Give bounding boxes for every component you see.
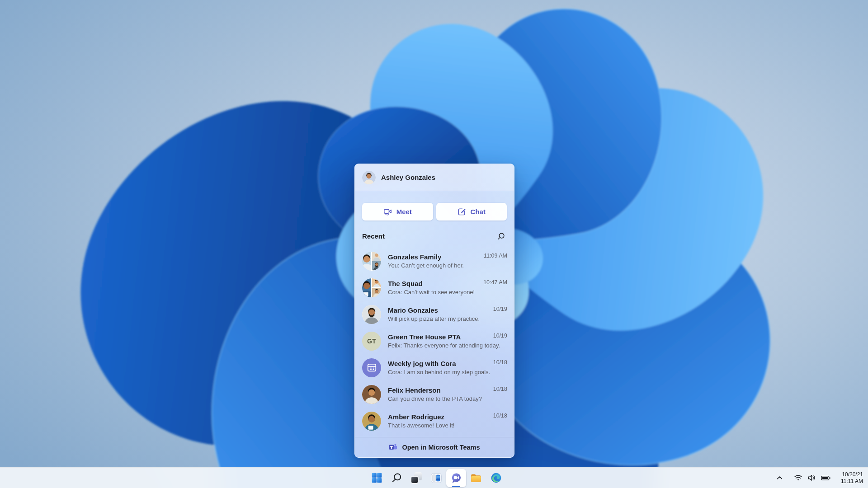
open-in-teams-button[interactable]: Open in Microsoft Teams bbox=[355, 437, 514, 457]
search-icon bbox=[391, 472, 402, 483]
chat-title: The Squad bbox=[388, 279, 476, 288]
task-view-button[interactable] bbox=[406, 469, 426, 487]
chat-title: Felix Henderson bbox=[388, 386, 486, 394]
task-view-icon bbox=[410, 472, 422, 484]
chat-time: 11:09 AM bbox=[484, 253, 507, 259]
recent-chat-list: Gonzales Family You: Can’t get enough of… bbox=[355, 248, 514, 434]
taskbar-center-icons bbox=[367, 468, 506, 488]
avatar bbox=[362, 358, 381, 377]
compose-icon bbox=[458, 207, 466, 216]
avatar bbox=[362, 252, 381, 271]
video-camera-icon bbox=[383, 207, 392, 216]
wifi-icon bbox=[794, 474, 802, 481]
avatar bbox=[362, 305, 381, 324]
widgets-icon bbox=[430, 472, 442, 484]
recent-heading: Recent bbox=[362, 232, 385, 240]
chevron-up-icon bbox=[777, 476, 783, 480]
start-button[interactable] bbox=[367, 469, 387, 487]
list-item[interactable]: Mario Gonzales Will pick up pizza after … bbox=[355, 301, 514, 328]
flyout-header: Ashley Gonzales bbox=[355, 164, 514, 191]
chat-time: 10/18 bbox=[493, 413, 507, 419]
list-item[interactable]: Amber Rodriguez That is awesome! Love it… bbox=[355, 408, 514, 434]
list-item[interactable]: GT Green Tree House PTA Felix: Thanks ev… bbox=[355, 328, 514, 354]
edge-button[interactable] bbox=[486, 469, 506, 487]
battery-icon bbox=[821, 475, 830, 481]
avatar bbox=[362, 171, 376, 184]
list-item[interactable]: Weekly jog with Cora Cora: I am so behin… bbox=[355, 354, 514, 381]
user-avatar[interactable] bbox=[362, 171, 376, 184]
taskbar-search-button[interactable] bbox=[387, 469, 406, 487]
avatar: GT bbox=[362, 332, 381, 351]
chat-time: 10/19 bbox=[493, 333, 507, 339]
chat-preview: Will pick up pizza after my practice. bbox=[388, 315, 486, 323]
avatar bbox=[362, 412, 381, 431]
teams-chat-icon bbox=[450, 472, 462, 484]
teams-chat-flyout: Ashley Gonzales Meet Chat Recen bbox=[354, 164, 514, 458]
chat-preview: That is awesome! Love it! bbox=[388, 422, 486, 429]
taskbar: 10/20/21 11:11 AM bbox=[0, 467, 868, 488]
chat-preview: Cora: Can’t wait to see everyone! bbox=[388, 288, 476, 296]
chat-preview: Can you drive me to the PTA today? bbox=[388, 395, 486, 403]
chat-time: 10/18 bbox=[493, 386, 507, 392]
list-item[interactable]: The Squad Cora: Can’t wait to see everyo… bbox=[355, 274, 514, 301]
meet-button[interactable]: Meet bbox=[362, 203, 433, 221]
teams-logo-icon bbox=[389, 443, 397, 451]
user-name: Ashley Gonzales bbox=[381, 174, 435, 181]
action-row: Meet Chat bbox=[355, 191, 514, 221]
list-item[interactable]: Felix Henderson Can you drive me to the … bbox=[355, 381, 514, 408]
folder-icon bbox=[470, 472, 482, 484]
system-tray: 10/20/21 11:11 AM bbox=[777, 468, 868, 488]
avatar bbox=[362, 278, 381, 297]
open-in-teams-label: Open in Microsoft Teams bbox=[402, 444, 480, 451]
chat-time: 10:47 AM bbox=[483, 279, 507, 286]
chat-preview: You: Can’t get enough of her. bbox=[388, 262, 477, 269]
tray-status-icons[interactable] bbox=[794, 474, 830, 481]
chat-title: Amber Rodriguez bbox=[388, 413, 486, 421]
chat-title: Weekly jog with Cora bbox=[388, 359, 486, 368]
chat-title: Mario Gonzales bbox=[388, 306, 486, 314]
hidden-icons-button[interactable] bbox=[777, 476, 783, 480]
edge-icon bbox=[491, 472, 502, 483]
chat-title: Green Tree House PTA bbox=[388, 333, 486, 341]
meet-button-label: Meet bbox=[396, 208, 412, 216]
search-icon bbox=[497, 232, 505, 240]
clock[interactable]: 10/20/21 11:11 AM bbox=[841, 471, 863, 485]
tray-time: 11:11 AM bbox=[841, 478, 863, 485]
widgets-button[interactable] bbox=[426, 469, 446, 487]
active-app-indicator bbox=[452, 486, 460, 487]
chat-time: 10/18 bbox=[493, 359, 507, 366]
file-explorer-button[interactable] bbox=[466, 469, 486, 487]
chat-preview: Felix: Thanks everyone for attending tod… bbox=[388, 342, 486, 349]
teams-chat-taskbar-button[interactable] bbox=[446, 469, 466, 487]
chat-button[interactable]: Chat bbox=[436, 203, 507, 221]
avatar bbox=[362, 385, 381, 404]
chat-time: 10/19 bbox=[493, 306, 507, 312]
list-item[interactable]: Gonzales Family You: Can’t get enough of… bbox=[355, 248, 514, 274]
volume-icon bbox=[807, 474, 816, 481]
tray-date: 10/20/21 bbox=[841, 471, 863, 478]
chat-button-label: Chat bbox=[471, 208, 486, 216]
chat-title: Gonzales Family bbox=[388, 253, 477, 261]
search-button[interactable] bbox=[496, 231, 506, 241]
chat-preview: Cora: I am so behind on my step goals. bbox=[388, 368, 486, 376]
windows-logo-icon bbox=[371, 472, 382, 483]
